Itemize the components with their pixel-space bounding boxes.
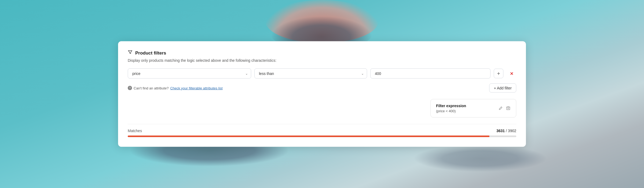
help-row: ? Can't find an attribute? Check your fi… (128, 84, 516, 93)
matches-separator: / (506, 129, 508, 133)
add-filter-label: + Add filter (494, 86, 512, 90)
pencil-icon (499, 106, 503, 110)
card-subtitle: Display only products matching the logic… (128, 58, 516, 63)
close-icon: ✕ (510, 71, 513, 76)
trash-icon (506, 106, 510, 110)
matches-header: Matches 3631 / 3902 (128, 129, 516, 133)
matches-label: Matches (128, 129, 142, 133)
delete-expression-button[interactable] (506, 106, 511, 111)
edit-expression-button[interactable] (498, 106, 503, 111)
operator-select[interactable]: less than greater than equals not equals… (254, 68, 367, 79)
filter-icon (128, 50, 133, 56)
attribute-select-wrapper: price name category stock rating ⌄ (128, 68, 251, 79)
expression-value: (price < 400) (436, 109, 492, 113)
matches-count: 3631 / 3902 (496, 129, 516, 133)
cant-find-text: Can't find an attribute? (134, 86, 169, 90)
add-filter-button[interactable]: + Add filter (489, 84, 516, 93)
filter-row: price name category stock rating ⌄ less … (128, 68, 516, 79)
operator-select-wrapper: less than greater than equals not equals… (254, 68, 367, 79)
product-filters-card: Product filters Display only products ma… (118, 41, 526, 147)
progress-bar-fill (128, 136, 489, 137)
add-filter-inline-button[interactable]: + (494, 69, 503, 78)
remove-filter-button[interactable]: ✕ (507, 69, 516, 78)
expression-area: Filter expression (price < 400) (128, 99, 516, 118)
question-icon: ? (128, 86, 132, 90)
matches-total: 3902 (508, 129, 516, 133)
expression-actions (498, 106, 511, 111)
expression-title: Filter expression (436, 104, 492, 108)
filterable-attributes-link[interactable]: Check your filterable attributes list (170, 86, 222, 90)
matches-current: 3631 (496, 129, 505, 133)
expression-card: Filter expression (price < 400) (430, 99, 516, 118)
card-title: Product filters (135, 50, 166, 56)
help-text: ? Can't find an attribute? Check your fi… (128, 86, 223, 90)
progress-bar-background (128, 136, 516, 137)
cloud-bottom-right (413, 145, 547, 172)
filter-value-input[interactable] (370, 68, 491, 79)
plus-icon: + (497, 70, 500, 77)
matches-section: Matches 3631 / 3902 (128, 124, 516, 137)
card-header: Product filters (128, 50, 516, 56)
expression-content: Filter expression (price < 400) (436, 104, 492, 113)
attribute-select[interactable]: price name category stock rating (128, 68, 251, 79)
